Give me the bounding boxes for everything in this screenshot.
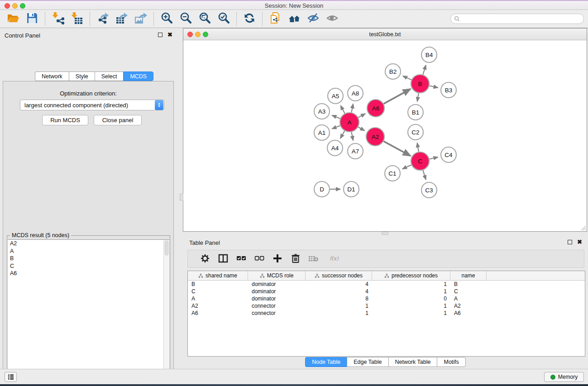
- search-box[interactable]: [450, 14, 584, 24]
- table-close-button[interactable]: ✖: [577, 239, 583, 245]
- edge-A-A7[interactable]: [351, 132, 353, 141]
- cell-shared-name[interactable]: A6: [188, 310, 248, 316]
- cell-successor-nodes[interactable]: 1: [306, 310, 372, 316]
- result-item[interactable]: A2: [8, 240, 169, 248]
- cell-predecessor-nodes[interactable]: 1: [372, 281, 450, 287]
- table-row[interactable]: A6connector11A6: [188, 310, 585, 317]
- memory-button[interactable]: Memory: [544, 372, 584, 382]
- tab-select[interactable]: Select: [95, 71, 124, 81]
- select-all-button[interactable]: [232, 251, 250, 267]
- table-row[interactable]: Adominator80A: [188, 295, 585, 302]
- edge-A2-C[interactable]: [383, 141, 410, 156]
- cell-shared-name[interactable]: A2: [188, 303, 248, 309]
- export-table-button[interactable]: [112, 11, 131, 27]
- result-scrollbar[interactable]: [163, 240, 169, 386]
- zoom-in-button[interactable]: [157, 11, 176, 27]
- zoom-selected-button[interactable]: [214, 11, 233, 27]
- clone-network-button[interactable]: [266, 11, 285, 27]
- mcds-result-list[interactable]: A2ABCA6: [8, 239, 169, 386]
- zoom-out-button[interactable]: [176, 11, 195, 27]
- left-divider-handle[interactable]: [180, 194, 183, 200]
- zoom-fit-button[interactable]: [195, 11, 214, 27]
- edge-C-C1[interactable]: [402, 165, 411, 169]
- edge-C-C2[interactable]: [417, 143, 419, 152]
- close-panel-action-button[interactable]: Close panel: [94, 115, 142, 125]
- import-network-button[interactable]: [48, 11, 67, 27]
- node-table[interactable]: shared nameMCDS rolesuccessor nodesprede…: [187, 271, 585, 357]
- table-float-button[interactable]: [567, 239, 573, 245]
- search-input[interactable]: [460, 16, 583, 22]
- cell-name[interactable]: B: [450, 281, 487, 287]
- cell-name[interactable]: C: [450, 288, 487, 295]
- edge-C-C3[interactable]: [423, 170, 426, 180]
- cell-name[interactable]: A2: [450, 303, 487, 309]
- edge-C-C4[interactable]: [429, 157, 438, 159]
- cell-predecessor-nodes[interactable]: 1: [372, 310, 450, 316]
- edge-A6-B[interactable]: [384, 89, 411, 104]
- cell-MCDS-role[interactable]: dominator: [248, 288, 306, 295]
- cell-shared-name[interactable]: A: [188, 295, 248, 302]
- export-image-button[interactable]: [131, 11, 150, 27]
- table-row[interactable]: Bdominator41B: [188, 281, 585, 288]
- cell-name[interactable]: A: [450, 295, 487, 302]
- column-header-shared-name[interactable]: shared name: [188, 271, 248, 280]
- table-row[interactable]: A2connector11A2: [188, 302, 585, 310]
- cell-MCDS-role[interactable]: connector: [248, 310, 306, 316]
- cell-name[interactable]: A6: [450, 310, 487, 316]
- edge-A-A8[interactable]: [351, 104, 353, 113]
- table-row[interactable]: Cdominator41C: [188, 288, 585, 295]
- network-graph[interactable]: B4B2BB3A5A8A6A3B1AA1C2A2A4A7C4CC1DD1C3: [184, 40, 586, 231]
- edge-A-A2[interactable]: [358, 127, 364, 131]
- tab-style[interactable]: Style: [69, 71, 95, 81]
- cell-MCDS-role[interactable]: dominator: [248, 281, 306, 287]
- cell-predecessor-nodes[interactable]: 1: [372, 288, 450, 295]
- edge-A-A3[interactable]: [332, 115, 340, 119]
- tab-mcds[interactable]: MCDS: [123, 71, 153, 81]
- edge-B-B3[interactable]: [429, 86, 438, 88]
- edge-A-A6[interactable]: [358, 114, 365, 117]
- tab-motifs[interactable]: Motifs: [437, 357, 465, 367]
- network-window-titlebar[interactable]: testGlobe.txt: [183, 29, 587, 40]
- result-item[interactable]: A6: [8, 270, 169, 277]
- save-session-button[interactable]: [23, 11, 42, 27]
- scrollbar-thumb[interactable]: [164, 240, 169, 256]
- horizontal-divider-handle[interactable]: [382, 232, 388, 235]
- hide-graphics-details-button[interactable]: [304, 11, 323, 27]
- delete-column-button[interactable]: [287, 251, 305, 267]
- result-item[interactable]: A: [8, 248, 169, 255]
- column-header-name[interactable]: name: [450, 271, 487, 280]
- export-network-button[interactable]: [93, 11, 112, 27]
- network-canvas[interactable]: B4B2BB3A5A8A6A3B1AA1C2A2A4A7C4CC1DD1C3: [184, 40, 586, 231]
- result-item[interactable]: B: [8, 255, 169, 262]
- refresh-button[interactable]: [240, 11, 259, 27]
- tab-node-table[interactable]: Node Table: [305, 357, 347, 367]
- function-builder-button[interactable]: f(x): [323, 251, 346, 267]
- deselect-all-button[interactable]: [250, 251, 268, 267]
- cell-successor-nodes[interactable]: 4: [306, 281, 372, 287]
- result-item[interactable]: C: [8, 262, 169, 270]
- cell-predecessor-nodes[interactable]: 1: [372, 303, 450, 309]
- cell-MCDS-role[interactable]: dominator: [248, 295, 306, 302]
- tab-network-table[interactable]: Network Table: [388, 357, 437, 367]
- cell-successor-nodes[interactable]: 8: [306, 295, 372, 302]
- import-table-button[interactable]: [67, 11, 86, 27]
- column-header-predecessor-nodes[interactable]: predecessor nodes: [372, 271, 450, 280]
- edge-A-A4[interactable]: [340, 131, 344, 138]
- home-button[interactable]: [285, 11, 304, 27]
- cell-successor-nodes[interactable]: 4: [306, 288, 372, 295]
- cell-MCDS-role[interactable]: connector: [248, 303, 306, 309]
- cell-predecessor-nodes[interactable]: 0: [372, 295, 450, 302]
- delete-table-button[interactable]: [305, 251, 323, 267]
- edge-A-A1[interactable]: [332, 126, 340, 129]
- add-column-button[interactable]: [268, 251, 287, 267]
- cell-shared-name[interactable]: C: [188, 288, 248, 295]
- close-panel-button[interactable]: ✖: [167, 32, 173, 38]
- edge-B-B4[interactable]: [423, 65, 426, 75]
- task-history-button[interactable]: [5, 372, 17, 382]
- show-graphics-details-button[interactable]: [323, 11, 342, 27]
- column-header-MCDS-role[interactable]: MCDS role: [248, 271, 306, 280]
- run-mcds-button[interactable]: Run MCDS: [42, 115, 88, 125]
- tab-network[interactable]: Network: [35, 71, 69, 81]
- criterion-dropdown[interactable]: largest connected component (directed) ▲…: [20, 100, 164, 110]
- cell-successor-nodes[interactable]: 1: [306, 303, 372, 309]
